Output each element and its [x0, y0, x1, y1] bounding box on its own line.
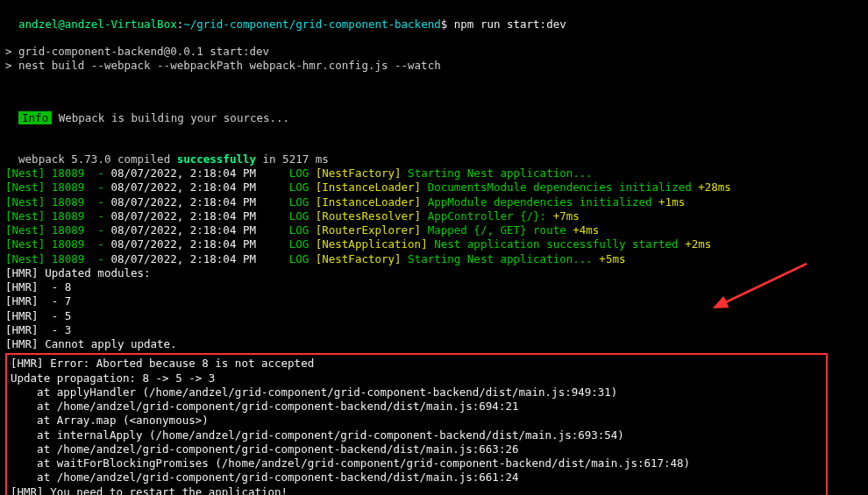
npm-output-line: > grid-component-backend@0.0.1 start:dev — [5, 45, 863, 59]
prompt-user: andzel@andzel-VirtualBox — [18, 18, 177, 31]
nest-log-line: [Nest] 18089 - 08/07/2022, 2:18:04 PM LO… — [5, 180, 863, 194]
command-input[interactable]: npm run start:dev — [454, 18, 566, 31]
hmr-error-line: at applyHandler (/home/andzel/grid-compo… — [11, 385, 822, 400]
nest-log-line: [Nest] 18089 - 08/07/2022, 2:18:04 PM LO… — [5, 237, 863, 251]
hmr-error-line: [HMR] Error: Aborted because 8 is not ac… — [11, 357, 822, 371]
hmr-error-line: [HMR] You need to restart the applicatio… — [11, 485, 822, 496]
prompt-line: andzel@andzel-VirtualBox:~/grid-componen… — [5, 4, 863, 32]
nest-log-line: [Nest] 18089 - 08/07/2022, 2:18:04 PM LO… — [5, 166, 863, 180]
hmr-line: [HMR] - 3 — [5, 323, 863, 337]
nest-log-line: [Nest] 18089 - 08/07/2022, 2:18:04 PM LO… — [5, 223, 863, 237]
hmr-line: [HMR] - 8 — [5, 280, 863, 294]
hmr-error-line: at waitForBlockingPromises (/home/andzel… — [11, 456, 822, 470]
compile-status: successfully — [177, 152, 256, 166]
hmr-error-line: at /home/andzel/grid-component/grid-comp… — [11, 442, 822, 456]
compile-line: webpack 5.73.0 compiled successfully in … — [5, 138, 863, 167]
hmr-error-line: at /home/andzel/grid-component/grid-comp… — [11, 400, 822, 414]
info-badge: Info — [18, 111, 52, 124]
hmr-error-line: Update propagation: 8 -> 5 -> 3 — [11, 371, 822, 385]
hmr-line: [HMR] - 7 — [5, 294, 863, 308]
hmr-error-line: at internalApply (/home/andzel/grid-comp… — [11, 428, 822, 442]
nest-log-line: [Nest] 18089 - 08/07/2022, 2:18:04 PM LO… — [5, 195, 863, 209]
prompt-path: ~/grid-component/grid-component-backend — [183, 18, 441, 31]
hmr-line: [HMR] Updated modules: — [5, 266, 863, 280]
hmr-error-line: at /home/andzel/grid-component/grid-comp… — [11, 470, 822, 484]
hmr-line: [HMR] Cannot apply update. — [5, 337, 863, 351]
nest-log-line: [Nest] 18089 - 08/07/2022, 2:18:04 PM LO… — [5, 209, 863, 223]
nest-log-line: [Nest] 18089 - 08/07/2022, 2:18:04 PM LO… — [5, 252, 863, 266]
hmr-error-box: [HMR] Error: Aborted because 8 is not ac… — [5, 353, 828, 495]
info-line: Info Webpack is building your sources... — [5, 97, 863, 126]
hmr-line: [HMR] - 5 — [5, 309, 863, 323]
npm-output-line: > nest build --webpack --webpackPath web… — [5, 59, 863, 73]
hmr-error-line: at Array.map (<anonymous>) — [11, 414, 822, 428]
